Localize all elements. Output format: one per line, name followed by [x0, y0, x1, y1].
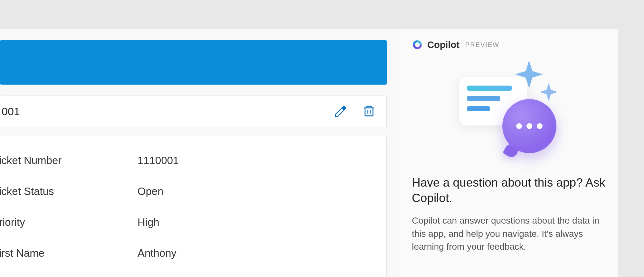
illustration-line [467, 86, 512, 91]
illustration-dot [537, 123, 543, 129]
copilot-description: Copilot can answer questions about the d… [412, 214, 605, 254]
edit-icon [334, 105, 347, 118]
detail-label-first-name: irst Name [0, 247, 137, 259]
delete-button[interactable] [362, 104, 376, 118]
illustration-chat-bubble [502, 99, 556, 153]
svg-rect-0 [365, 108, 373, 116]
copilot-title: Copilot [427, 40, 459, 50]
detail-row: riority High [4, 207, 383, 238]
detail-row: icket Status Open [4, 176, 383, 207]
copilot-heading: Have a question about this app? Ask Copi… [412, 175, 605, 206]
record-header-bar [0, 40, 387, 85]
main-area: 001 [0, 29, 618, 277]
copilot-preview-badge: PREVIEW [465, 41, 499, 49]
record-title-card: 001 [0, 96, 387, 127]
detail-row: ast Name Ivanov [4, 269, 383, 277]
sparkle-icon [540, 83, 558, 101]
detail-value-first-name: Anthony [137, 247, 176, 259]
copilot-header: Copilot PREVIEW [412, 39, 605, 50]
detail-value-ticket-status: Open [137, 185, 164, 198]
copilot-logo-icon [412, 39, 423, 50]
illustration-dot [516, 123, 522, 129]
trash-icon [362, 105, 376, 118]
copilot-illustration [457, 63, 560, 160]
detail-label-priority: riority [0, 216, 137, 228]
illustration-dot [526, 123, 532, 129]
detail-label-ticket-number: icket Number [0, 154, 137, 167]
illustration-line [467, 106, 490, 111]
detail-row: irst Name Anthony [4, 238, 383, 269]
illustration-line [467, 96, 500, 101]
detail-row: icket Number 1110001 [4, 145, 383, 176]
record-actions [334, 104, 380, 118]
edit-button[interactable] [334, 104, 348, 118]
copilot-panel: Copilot PREVIEW [399, 29, 618, 277]
detail-value-priority: High [137, 216, 159, 228]
detail-value-ticket-number: 1110001 [137, 154, 179, 167]
detail-label-ticket-status: icket Status [0, 185, 137, 198]
record-detail-panel: icket Number 1110001 icket Status Open r… [0, 136, 387, 277]
viewport: 001 [0, 0, 644, 277]
record-id-text: 001 [2, 105, 334, 118]
